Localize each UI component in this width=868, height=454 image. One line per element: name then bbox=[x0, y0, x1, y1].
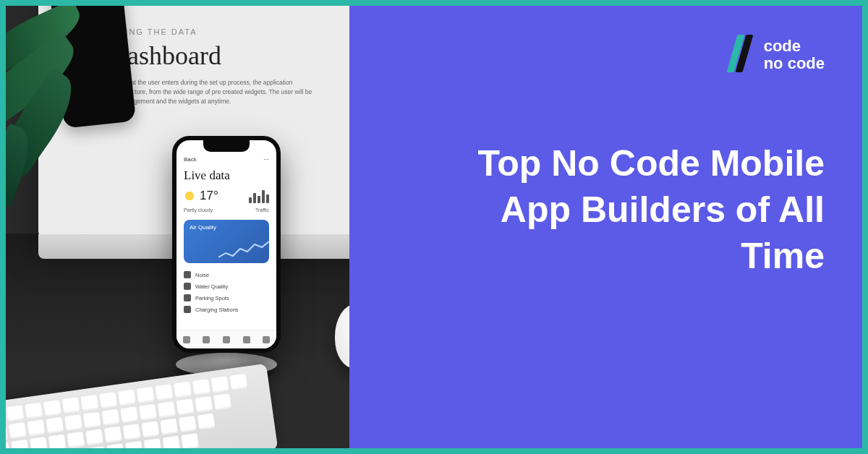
tab-icon bbox=[223, 336, 230, 343]
brand-mark-icon bbox=[729, 35, 754, 75]
bar-chart-icon bbox=[249, 189, 269, 203]
back-label: Back bbox=[184, 156, 197, 163]
list-item: Noise bbox=[184, 269, 269, 280]
tab-icon bbox=[183, 336, 190, 343]
weather-sun-icon bbox=[184, 190, 195, 202]
menu-icon: ⋯ bbox=[263, 156, 269, 163]
traffic-label: Traffic bbox=[255, 207, 269, 213]
photo-panel: INTERPRETING THE DATA The dashboard With… bbox=[6, 6, 400, 448]
phone-tabbar bbox=[176, 330, 276, 348]
card-label: Air Quality bbox=[190, 224, 216, 231]
list-item: Charging Stations bbox=[184, 304, 269, 315]
promo-card: INTERPRETING THE DATA The dashboard With… bbox=[0, 0, 868, 454]
brand-logo: code no code bbox=[729, 35, 825, 75]
phone-notch bbox=[203, 140, 250, 152]
brand-line1: code bbox=[764, 38, 825, 55]
metrics-list: Noise Water Quality Parking Spots Chargi… bbox=[176, 267, 276, 317]
phone-screen: Back ⋯ Live data 17° Partly cloudy Traff… bbox=[176, 140, 276, 348]
tab-icon bbox=[243, 336, 250, 343]
brand-line2: no code bbox=[764, 55, 825, 72]
weather-temp: 17° bbox=[200, 189, 218, 203]
plant-decoration bbox=[6, 6, 122, 201]
screen-title: Live data bbox=[176, 167, 276, 187]
list-item: Water Quality bbox=[184, 280, 269, 292]
tab-icon bbox=[263, 336, 270, 343]
headline: Top No Code Mobile App Builders of All T… bbox=[420, 140, 825, 279]
headline-panel: code no code Top No Code Mobile App Buil… bbox=[349, 6, 862, 448]
air-quality-card: Air Quality bbox=[184, 220, 269, 263]
tab-icon bbox=[203, 336, 210, 343]
phone-mockup-front: Back ⋯ Live data 17° Partly cloudy Traff… bbox=[172, 136, 281, 353]
list-item: Parking Spots bbox=[184, 292, 269, 304]
weather-sub: Partly cloudy bbox=[184, 207, 213, 213]
